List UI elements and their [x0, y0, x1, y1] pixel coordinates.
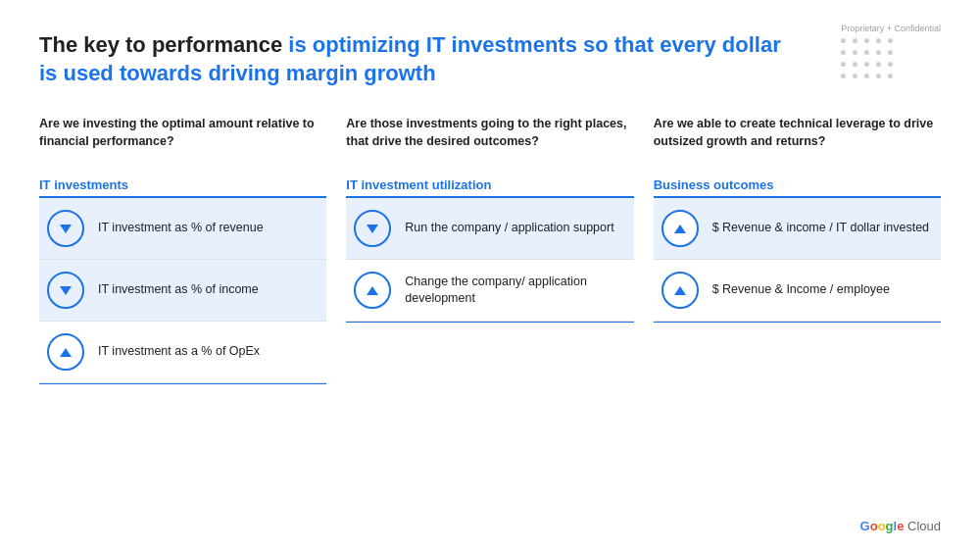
bottom-divider — [39, 383, 326, 384]
google-cloud-logo: Google Cloud — [860, 519, 941, 533]
bottom-divider — [654, 322, 941, 323]
dot — [888, 38, 893, 43]
dot — [841, 74, 846, 78]
dot-grid — [841, 38, 941, 81]
arrow-circle-up — [354, 272, 391, 309]
dot — [841, 62, 846, 67]
item-text: $ Revenue & Income / employee — [712, 281, 890, 299]
dot — [864, 50, 869, 55]
dot — [876, 62, 881, 67]
page-container: Proprietary + Confidential The key t — [0, 0, 980, 551]
item-text: IT investment as % of revenue — [98, 220, 264, 237]
logo-letter-g2: g — [886, 519, 894, 533]
list-item: IT investment as % of revenue — [39, 198, 326, 260]
title-black-text: The key to performance — [39, 32, 282, 57]
dot — [853, 50, 858, 55]
page-title: The key to performance is optimizing IT … — [39, 31, 804, 87]
item-text: Change the company/ application developm… — [405, 274, 625, 308]
list-item: IT investment as % of income — [39, 260, 326, 322]
dot — [876, 74, 881, 78]
arrow-circle-up — [662, 210, 699, 247]
dot — [888, 62, 893, 67]
logo-letter-o1: o — [870, 519, 878, 533]
dot — [841, 50, 846, 55]
arrow-circle-down — [47, 272, 84, 309]
question-1: Are we investing the optimal amount rela… — [39, 115, 326, 166]
arrow-circle-down — [354, 210, 391, 247]
dot — [853, 38, 858, 43]
list-item: Change the company/ application developm… — [346, 260, 633, 322]
dot — [864, 62, 869, 67]
dot — [853, 74, 858, 78]
arrow-circle-up — [47, 333, 84, 371]
arrow-circle-down — [47, 210, 84, 247]
column-business-outcomes: Are we able to create technical leverage… — [654, 115, 941, 384]
question-3: Are we able to create technical leverage… — [654, 115, 941, 166]
dot — [864, 38, 869, 43]
item-text: IT investment as a % of OpEx — [98, 343, 260, 361]
list-item: $ Revenue & income / IT dollar invested — [654, 198, 941, 260]
columns-container: Are we investing the optimal amount rela… — [39, 115, 941, 384]
dot — [853, 62, 858, 67]
arrow-down-icon — [60, 225, 72, 233]
arrow-down-icon — [60, 286, 72, 295]
arrow-up-icon — [674, 225, 686, 233]
dot — [841, 38, 846, 43]
dot — [888, 50, 893, 55]
dot — [864, 74, 869, 78]
logo-letter-o2: o — [878, 519, 886, 533]
arrow-up-icon — [674, 286, 686, 295]
arrow-down-icon — [367, 225, 378, 233]
logo-letter-g: G — [860, 519, 870, 533]
item-text: $ Revenue & income / IT dollar invested — [712, 220, 929, 237]
list-item: $ Revenue & Income / employee — [654, 260, 941, 322]
logo-cloud-text: Cloud — [904, 519, 941, 533]
dot — [876, 38, 881, 43]
section-label-1: IT investments — [39, 177, 326, 198]
arrow-up-icon — [367, 286, 378, 295]
dot — [876, 50, 881, 55]
bottom-divider — [346, 322, 633, 323]
item-text: Run the company / application support — [405, 220, 613, 237]
list-item: Run the company / application support — [346, 198, 633, 260]
list-item: IT investment as a % of OpEx — [39, 322, 326, 383]
arrow-up-icon — [60, 348, 72, 357]
proprietary-text: Proprietary + Confidential — [841, 24, 941, 33]
proprietary-badge: Proprietary + Confidential — [841, 24, 941, 81]
arrow-circle-up — [662, 272, 699, 309]
column-it-utilization: Are those investments going to the right… — [346, 115, 633, 384]
section-label-3: Business outcomes — [654, 177, 941, 198]
section-label-2: IT investment utilization — [346, 177, 633, 198]
column-it-investments: Are we investing the optimal amount rela… — [39, 115, 326, 384]
dot — [888, 74, 893, 78]
item-text: IT investment as % of income — [98, 281, 259, 299]
question-2: Are those investments going to the right… — [346, 115, 633, 166]
